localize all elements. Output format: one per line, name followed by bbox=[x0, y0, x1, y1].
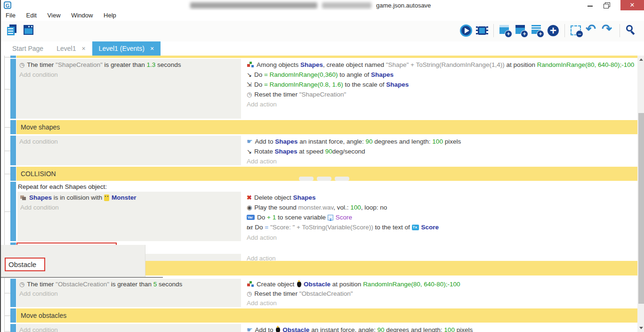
editors-window-button[interactable] bbox=[22, 24, 36, 38]
event-selection-bar[interactable] bbox=[10, 324, 16, 332]
project-manager-button[interactable] bbox=[6, 24, 20, 38]
action-line[interactable]: Do + 1 to scene variable Score bbox=[244, 212, 637, 222]
condition-line[interactable]: Shapes is in collision with Monster bbox=[17, 193, 241, 202]
object-name-input[interactable] bbox=[5, 258, 45, 271]
action-line[interactable]: Delete object Shapes bbox=[244, 193, 637, 202]
add-something-button[interactable] bbox=[546, 24, 560, 38]
search-button[interactable] bbox=[624, 24, 638, 38]
event-split: The timer "ShapeCreation" is greater tha… bbox=[16, 59, 637, 119]
add-comment-button[interactable] bbox=[530, 24, 544, 38]
event-sheet: The timer "ShapeCreation" is greater tha… bbox=[1, 56, 637, 332]
tab-level1-events[interactable]: Level1 (Events) × bbox=[92, 41, 161, 56]
event-split: Add conditionAdd to Shapes an instant fo… bbox=[16, 136, 637, 165]
add-subevent-button[interactable] bbox=[514, 24, 528, 38]
tab-level1[interactable]: Level1 × bbox=[50, 41, 92, 56]
event-selection-bar[interactable] bbox=[10, 120, 16, 134]
text-segment: Do bbox=[254, 71, 264, 78]
monster-icon bbox=[104, 194, 109, 201]
action-line[interactable]: Do = RandomInRange(0.8, 1.6) to the scal… bbox=[244, 80, 637, 89]
debug-button[interactable] bbox=[475, 24, 489, 38]
text-segment: seconds bbox=[157, 281, 182, 288]
var-icon bbox=[247, 215, 255, 220]
event-selection-bar[interactable] bbox=[10, 56, 16, 58]
run-button[interactable] bbox=[459, 24, 473, 38]
add-action[interactable]: Add action bbox=[244, 255, 637, 261]
actions-area: Delete object ShapesPlay the sound monst… bbox=[244, 192, 637, 241]
text-segment: Delete object bbox=[254, 194, 293, 201]
action-line[interactable]: Do = RandomInRange(0,360) to angle of Sh… bbox=[244, 70, 637, 80]
comment-box[interactable] bbox=[16, 56, 637, 58]
vertical-scrollbar[interactable] bbox=[637, 56, 644, 332]
add-condition[interactable]: Add condition bbox=[17, 202, 241, 212]
event-selection-bar[interactable] bbox=[10, 279, 16, 307]
menu-window[interactable]: Window bbox=[70, 10, 97, 19]
action-line[interactable]: Do = "Score: " + ToString(Variable(Score… bbox=[244, 222, 637, 233]
menu-file[interactable]: File bbox=[5, 10, 20, 19]
add-action[interactable]: Add action bbox=[244, 299, 637, 307]
menu-view[interactable]: View bbox=[47, 10, 65, 19]
scroll-down-arrow[interactable] bbox=[639, 327, 643, 329]
close-button[interactable]: ✕ bbox=[620, 0, 644, 10]
condition-line[interactable]: The timer "ObstacleCreation" is greater … bbox=[16, 280, 241, 289]
text-segment: an instant force, angle: bbox=[298, 138, 365, 145]
delete-event-button[interactable] bbox=[569, 24, 583, 38]
event-selection-bar[interactable] bbox=[10, 167, 16, 181]
add-condition[interactable]: Add condition bbox=[16, 137, 241, 146]
comment-box[interactable]: Move shapes bbox=[16, 120, 637, 134]
conditions-area: Add condition bbox=[16, 136, 241, 165]
text-segment: = RandomInRange(0,360) bbox=[264, 71, 338, 78]
redo-button[interactable] bbox=[601, 24, 615, 38]
action-line[interactable]: Rotate Shapes at speed 90deg/second bbox=[244, 146, 637, 156]
restore-button[interactable] bbox=[599, 0, 613, 10]
tab-close-icon[interactable]: × bbox=[81, 45, 85, 52]
text-segment: The timer bbox=[27, 61, 56, 68]
action-line[interactable]: Reset the timer "ObstacleCreation" bbox=[244, 289, 637, 299]
comment-box[interactable]: Move obstacles bbox=[16, 308, 637, 323]
text-segment: , create object named bbox=[323, 61, 386, 68]
add-condition[interactable]: Add condition bbox=[16, 70, 241, 80]
event-body: Add conditionAdd to Obstacle an instant … bbox=[16, 324, 637, 332]
undo-button[interactable] bbox=[585, 24, 599, 38]
add-condition[interactable]: Add condition bbox=[16, 289, 241, 299]
text-segment: Create object bbox=[257, 281, 296, 288]
event-selection-bar[interactable] bbox=[10, 136, 16, 165]
comment-label: Move obstacles bbox=[21, 312, 66, 319]
tab-start-page[interactable]: Start Page bbox=[6, 41, 50, 56]
add-action[interactable]: Add action bbox=[244, 99, 637, 109]
event-selection-bar[interactable] bbox=[10, 182, 16, 241]
action-line[interactable]: Add to Obstacle an instant force, angle:… bbox=[244, 325, 637, 332]
force-icon bbox=[247, 325, 253, 332]
tab-close-icon[interactable]: × bbox=[150, 45, 154, 52]
add-event-button[interactable] bbox=[498, 24, 512, 38]
text-segment: at position bbox=[505, 61, 537, 68]
event-selection-bar[interactable] bbox=[10, 308, 16, 323]
ghost-button bbox=[335, 177, 349, 181]
add-action[interactable]: Add action bbox=[244, 233, 637, 241]
angle-icon bbox=[247, 146, 252, 156]
action-line[interactable]: Play the sound monster.wav, vol.: 100, l… bbox=[244, 202, 637, 212]
menu-help[interactable]: Help bbox=[103, 10, 121, 19]
object-selector-popup bbox=[1, 245, 145, 278]
sound-icon bbox=[247, 202, 252, 212]
tab-label: Start Page bbox=[12, 45, 43, 52]
menu-edit[interactable]: Edit bbox=[25, 10, 41, 19]
tree-tick bbox=[4, 211, 10, 212]
action-line[interactable]: Add to Shapes an instant force, angle: 9… bbox=[244, 137, 637, 146]
minimize-button[interactable] bbox=[583, 0, 597, 10]
event-selection-bar[interactable] bbox=[10, 59, 16, 119]
text-segment: 90 bbox=[377, 326, 384, 332]
action-line[interactable]: Reset the timer "ShapeCreation" bbox=[244, 89, 637, 99]
add-condition[interactable]: Add condition bbox=[16, 325, 241, 332]
add-action[interactable]: Add action bbox=[244, 156, 637, 165]
foreach-header[interactable]: Repeat for each Shapes object: bbox=[16, 182, 637, 192]
delete-icon bbox=[247, 193, 252, 202]
scroll-up-arrow[interactable] bbox=[639, 58, 643, 61]
action-line[interactable]: Create object Obstacle at position Rando… bbox=[244, 280, 637, 289]
condition-line[interactable]: The timer "ShapeCreation" is greater tha… bbox=[16, 60, 241, 70]
action-line[interactable]: Among objects Shapes, create object name… bbox=[244, 60, 637, 70]
scrollbar-thumb[interactable] bbox=[638, 113, 644, 304]
angle-icon bbox=[247, 70, 252, 80]
text-segment: Among objects bbox=[257, 61, 300, 68]
text-segment: degrees and length: bbox=[373, 138, 433, 145]
obstacle-icon bbox=[276, 327, 280, 332]
